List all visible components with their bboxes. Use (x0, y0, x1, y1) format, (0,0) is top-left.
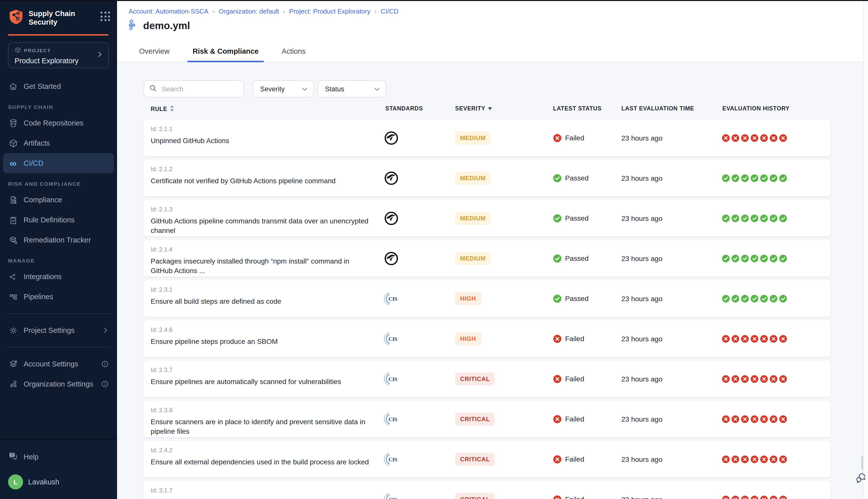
tab-overview[interactable]: Overview (134, 47, 174, 62)
history-fail-icon (731, 334, 739, 343)
latest-status: Failed (553, 334, 584, 343)
sidebar-item-organization-settings[interactable]: Organization Settings (3, 374, 114, 394)
breadcrumb-link[interactable]: Account: Automation-SSCA (129, 8, 208, 15)
history-pass-icon (722, 294, 730, 303)
project-selector[interactable]: PROJECT Product Exploratory (8, 42, 109, 68)
severity-badge: CRITICAL (455, 493, 495, 499)
history-pass-icon (722, 214, 730, 222)
sidebar-item-get-started[interactable]: Get Started (3, 76, 114, 96)
content-area: Severity Status RULESTANDARDSSEVERITYLAT… (117, 62, 868, 499)
severity-badge: MEDIUM (455, 131, 491, 144)
sidebar-item-rule-definitions[interactable]: Rule Definitions (3, 210, 114, 230)
sidebar-item-project-settings[interactable]: Project Settings (3, 320, 114, 340)
status-passed-icon (553, 214, 562, 222)
app-title: Supply Chain Security (29, 9, 96, 27)
sidebar-item-code-repositories[interactable]: Code Repositories (3, 113, 114, 133)
history-fail-icon (770, 375, 777, 383)
breadcrumb-link[interactable]: Project: Product Exploratory (289, 8, 371, 15)
cis-icon: CIS (381, 452, 401, 467)
cis-icon: CIS (381, 411, 401, 426)
project-label: PROJECT (24, 48, 51, 53)
history-pass-icon (741, 254, 749, 262)
rule-name: Ensure pipeline steps produce an SBOM (151, 337, 372, 346)
table-row[interactable]: Id: 2.3.1Ensure all build steps are defi… (144, 280, 830, 317)
sidebar-section-label: MANAGE (8, 257, 109, 264)
help-chat-icon: ? (8, 451, 18, 463)
history-fail-icon (750, 415, 759, 423)
history-pass-icon (770, 254, 777, 262)
svg-text:CIS: CIS (388, 416, 397, 422)
sort-both-icon (170, 106, 174, 112)
search-input[interactable] (161, 85, 252, 93)
scrollbar-track[interactable] (863, 1, 868, 499)
tab-bar: OverviewRisk & ComplianceActions (134, 47, 311, 62)
history-fail-icon (760, 375, 768, 383)
history-pass-icon (770, 294, 777, 303)
sidebar-item-ci-cd[interactable]: ∞CI/CD (3, 153, 114, 173)
history-pass-icon (722, 174, 730, 182)
history-fail-icon (741, 495, 749, 499)
history-pass-icon (741, 294, 749, 303)
pipelines-icon (8, 292, 18, 302)
table-row[interactable]: Id: 2.1.1Unpinned GitHub ActionsMEDIUMFa… (144, 120, 830, 156)
evaluation-history (722, 254, 787, 262)
column-label: SEVERITY (455, 106, 485, 111)
latest-status: Failed (553, 495, 584, 499)
table-row[interactable]: Id: 2.1.2Certificate not verified by Git… (144, 160, 830, 196)
owasp-icon (381, 130, 401, 145)
history-pass-icon (779, 214, 787, 222)
table-row[interactable]: Id: 2.4.6Ensure pipeline steps produce a… (144, 320, 830, 357)
status-label: Failed (565, 134, 584, 142)
last-evaluation-time: 23 hours ago (622, 134, 662, 142)
history-pass-icon (731, 214, 739, 222)
sidebar-item-artifacts[interactable]: Artifacts (3, 133, 114, 153)
module-grid-icon[interactable] (100, 12, 110, 21)
last-evaluation-time: 23 hours ago (622, 254, 662, 262)
severity-badge: CRITICAL (455, 412, 495, 425)
status-label: Failed (565, 495, 584, 499)
status-label: Passed (565, 254, 589, 262)
history-fail-icon (760, 415, 768, 423)
history-pass-icon (722, 254, 730, 262)
rule-name: Ensure scanners are in place to identify… (151, 417, 372, 436)
chevron-down-icon (374, 85, 380, 93)
sidebar-item-pipelines[interactable]: Pipelines (3, 287, 114, 307)
rule-name: Ensure all external dependencies used in… (151, 457, 372, 467)
column-header-rule[interactable]: RULE (151, 106, 174, 112)
help-button[interactable]: ? Help (8, 448, 109, 466)
history-fail-icon (760, 334, 768, 343)
history-pass-icon (731, 254, 739, 262)
sidebar-item-integrations[interactable]: Integrations (3, 267, 114, 287)
last-evaluation-time: 23 hours ago (622, 495, 662, 499)
rule-id: Id: 3.1.7 (151, 487, 172, 494)
history-fail-icon (779, 334, 787, 343)
sidebar-item-account-settings[interactable]: Account Settings (3, 354, 114, 374)
table-row[interactable]: Id: 2.4.2Ensure all external dependencie… (144, 441, 830, 477)
history-fail-icon (722, 375, 730, 383)
chat-support-icon[interactable] (855, 472, 868, 486)
table-row[interactable]: Id: 3.1.7CISCRITICALFailed23 hours ago (144, 481, 830, 499)
status-filter-dropdown[interactable]: Status (317, 80, 386, 97)
rule-name: Ensure pipelines are automatically scann… (151, 377, 372, 387)
breadcrumb-link[interactable]: CI/CD (381, 8, 399, 15)
breadcrumb-link[interactable]: Organization: default (219, 8, 279, 15)
evaluation-history (722, 375, 787, 383)
rule-id: Id: 2.3.8 (151, 406, 172, 414)
sidebar-item-label: Compliance (24, 196, 62, 204)
column-header-severity[interactable]: SEVERITY (455, 106, 492, 111)
tab-risk-compliance[interactable]: Risk & Compliance (188, 47, 264, 62)
sidebar-item-compliance[interactable]: Compliance (3, 190, 114, 210)
code-repositories-icon (8, 118, 18, 128)
tab-actions[interactable]: Actions (277, 47, 311, 62)
status-label: Failed (565, 415, 584, 423)
rule-name: Ensure all build steps are defined as co… (151, 297, 372, 306)
latest-status: Passed (553, 294, 589, 303)
table-row[interactable]: Id: 2.3.8Ensure scanners are in place to… (144, 401, 830, 437)
user-menu[interactable]: L Lavakush (8, 472, 109, 492)
table-header-row: RULESTANDARDSSEVERITYLATEST STATUSLAST E… (144, 106, 830, 113)
severity-filter-dropdown[interactable]: Severity (253, 80, 314, 97)
table-row[interactable]: Id: 2.1.4Packages insecurely installed t… (144, 240, 830, 277)
table-row[interactable]: Id: 2.1.3GitHub Actions pipeline command… (144, 200, 830, 236)
sidebar-item-remediation-tracker[interactable]: Remediation Tracker (3, 230, 114, 250)
table-row[interactable]: Id: 2.3.7Ensure pipelines are automatica… (144, 361, 830, 397)
